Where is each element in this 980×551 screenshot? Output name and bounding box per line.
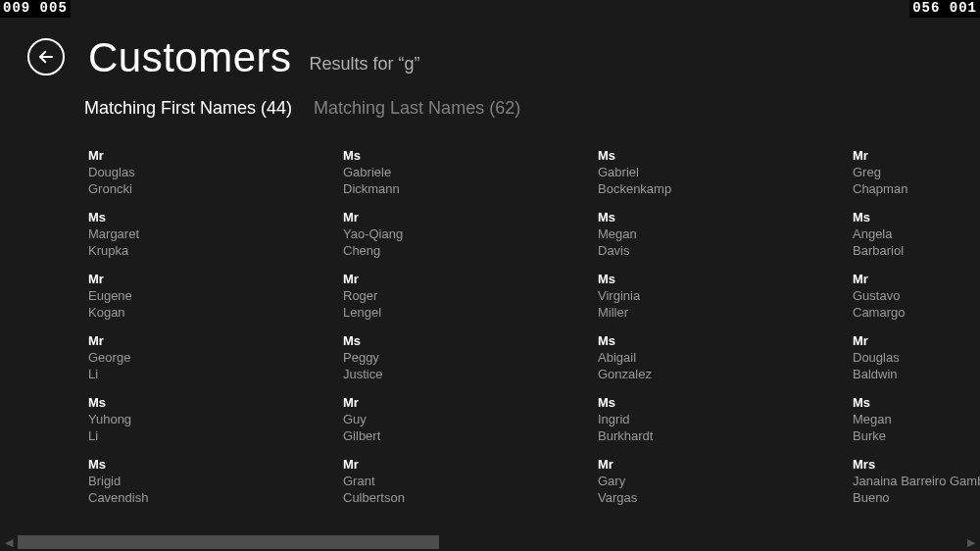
customer-first-name: Gabriel <box>598 164 745 180</box>
customer-first-name: Gabriele <box>343 164 490 180</box>
customer-first-name: Guy <box>343 411 490 427</box>
customer-first-name: Ingrid <box>598 411 745 427</box>
customer-last-name: Dickmann <box>343 180 490 197</box>
customer-title: Mr <box>343 456 490 473</box>
customer-item[interactable]: MsMeganDavis <box>598 209 745 259</box>
scroll-left-arrow-icon[interactable]: ◀ <box>0 533 18 551</box>
customer-item[interactable]: MrRogerLengel <box>343 271 490 321</box>
customer-title: Ms <box>598 209 745 225</box>
customer-first-name: Grant <box>343 473 490 489</box>
customer-item[interactable]: MsBrigidCavendish <box>88 456 235 506</box>
back-button[interactable] <box>27 38 65 75</box>
customer-last-name: Li <box>88 366 235 382</box>
customer-item[interactable]: MsIngridBurkhardt <box>598 394 745 444</box>
customer-last-name: Justice <box>343 366 490 382</box>
customer-item[interactable]: MrGeorgeLi <box>88 332 235 382</box>
customer-item[interactable]: MrGuyGilbert <box>343 394 490 444</box>
scrollbar-thumb[interactable] <box>18 535 439 549</box>
customer-item[interactable]: MrsJanaina Barreiro GambaroBueno <box>853 456 980 506</box>
customer-item[interactable]: MrGrantCulbertson <box>343 456 490 506</box>
customer-last-name: Burke <box>853 427 980 444</box>
debug-counter-top-left: 009 005 <box>0 0 71 18</box>
customer-item[interactable]: MsAngelaBarbariol <box>853 209 980 259</box>
customers-column: MsGabrieleDickmannMrYao-QiangChengMrRoge… <box>343 147 490 506</box>
customer-item[interactable]: MrDouglasGroncki <box>88 147 235 197</box>
customers-column: MrGregChapmanMsAngelaBarbariolMrGustavoC… <box>853 147 980 506</box>
customer-last-name: Culbertson <box>343 489 490 506</box>
tab-first-names-label: Matching First Names (44) <box>84 98 292 118</box>
customer-item[interactable]: MsAbigailGonzalez <box>598 332 745 382</box>
customer-item[interactable]: MsYuhongLi <box>88 394 235 444</box>
customer-last-name: Groncki <box>88 180 235 197</box>
customer-last-name: Camargo <box>853 304 980 321</box>
customer-last-name: Gonzalez <box>598 366 745 382</box>
customers-column: MsGabrielBockenkampMsMeganDavisMsVirgini… <box>598 147 745 506</box>
customer-first-name: Brigid <box>88 473 235 489</box>
customer-item[interactable]: MsMeganBurke <box>853 394 980 444</box>
customer-title: Ms <box>343 332 490 349</box>
customer-last-name: Burkhardt <box>598 427 745 444</box>
customer-first-name: Megan <box>853 411 980 427</box>
customer-item[interactable]: MsMargaretKrupka <box>88 209 235 259</box>
tab-last-names-label: Matching Last Names (62) <box>314 98 520 118</box>
customer-title: Ms <box>343 147 490 164</box>
customer-first-name: Gary <box>598 473 745 489</box>
customer-last-name: Lengel <box>343 304 490 321</box>
customer-item[interactable]: MsGabrielBockenkamp <box>598 147 745 197</box>
customer-last-name: Vargas <box>598 489 745 506</box>
customer-last-name: Barbariol <box>853 242 980 259</box>
customer-first-name: Roger <box>343 287 490 304</box>
customer-last-name: Krupka <box>88 242 235 259</box>
tab-first-names[interactable]: Matching First Names (44) <box>84 98 292 119</box>
customer-item[interactable]: MrGaryVargas <box>598 456 745 506</box>
customer-item[interactable]: MsPeggyJustice <box>343 332 490 382</box>
customer-first-name: Peggy <box>343 349 490 366</box>
customer-title: Ms <box>598 271 745 287</box>
customer-last-name: Cavendish <box>88 489 235 506</box>
customer-first-name: Gustavo <box>853 287 980 304</box>
page-subtitle: Results for “g” <box>310 54 420 75</box>
customer-first-name: Greg <box>853 164 980 180</box>
customer-title: Ms <box>598 147 745 164</box>
page-header: Customers Results for “g” <box>27 37 420 81</box>
customer-title: Mr <box>343 209 490 225</box>
customer-first-name: Douglas <box>88 164 235 180</box>
customer-title: Mr <box>853 147 980 164</box>
customer-title: Ms <box>88 394 235 411</box>
customer-title: Mr <box>343 271 490 287</box>
customer-item[interactable]: MsGabrieleDickmann <box>343 147 490 197</box>
customer-last-name: Li <box>88 427 235 444</box>
customer-first-name: Abigail <box>598 349 745 366</box>
customer-first-name: George <box>88 349 235 366</box>
customer-title: Mr <box>343 394 490 411</box>
customer-first-name: Douglas <box>853 349 980 366</box>
customer-last-name: Baldwin <box>853 366 980 382</box>
debug-counter-top-right: 056 001 <box>909 0 980 18</box>
scroll-right-arrow-icon[interactable]: ▶ <box>962 533 980 551</box>
scrollbar-track[interactable] <box>18 535 962 549</box>
customer-title: Mr <box>88 147 235 164</box>
horizontal-scrollbar[interactable]: ◀ ▶ <box>0 533 980 551</box>
customer-first-name: Megan <box>598 225 745 242</box>
customer-last-name: Bockenkamp <box>598 180 745 197</box>
customer-last-name: Cheng <box>343 242 490 259</box>
customer-title: Mr <box>853 332 980 349</box>
customer-first-name: Virginia <box>598 287 745 304</box>
tab-last-names[interactable]: Matching Last Names (62) <box>314 98 520 119</box>
customer-title: Mr <box>88 332 235 349</box>
customer-title: Ms <box>88 456 235 473</box>
customer-last-name: Kogan <box>88 304 235 321</box>
customer-first-name: Eugene <box>88 287 235 304</box>
customer-first-name: Margaret <box>88 225 235 242</box>
customer-item[interactable]: MrEugeneKogan <box>88 271 235 321</box>
customer-first-name: Angela <box>853 225 980 242</box>
customer-item[interactable]: MrGustavoCamargo <box>853 271 980 321</box>
customer-item[interactable]: MrGregChapman <box>853 147 980 197</box>
result-tabs: Matching First Names (44) Matching Last … <box>84 98 520 119</box>
customer-item[interactable]: MsVirginiaMiller <box>598 271 745 321</box>
customer-item[interactable]: MrDouglasBaldwin <box>853 332 980 382</box>
customer-item[interactable]: MrYao-QiangCheng <box>343 209 490 259</box>
customer-title: Mrs <box>853 456 980 473</box>
customer-last-name: Bueno <box>853 489 980 506</box>
customer-last-name: Chapman <box>853 180 980 197</box>
